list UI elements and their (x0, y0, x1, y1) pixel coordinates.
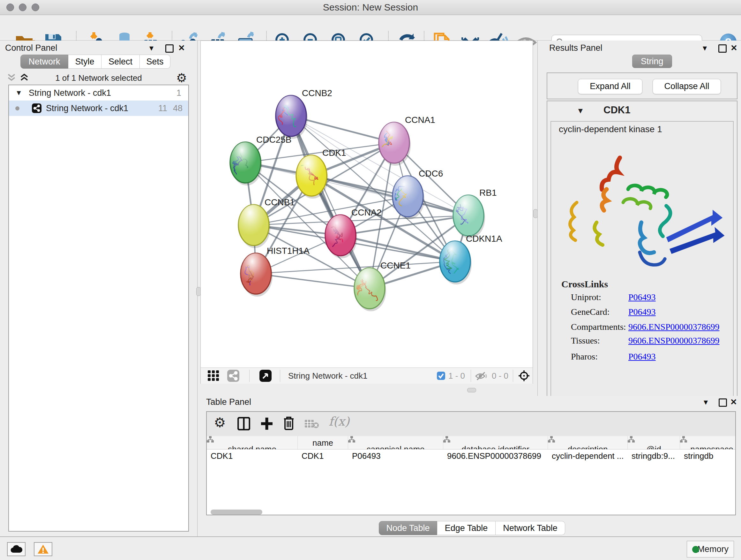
network-collection-row[interactable]: ▼ String Network - cdk1 1 (9, 85, 188, 101)
table-panel: Table Panel ▾ ✕ ⚙ f(x) shared namenameca… (200, 396, 741, 537)
node-table[interactable]: shared namenamecanonical namedatabase id… (207, 436, 735, 515)
open-in-window-icon[interactable] (259, 370, 272, 382)
warnings-button[interactable] (34, 542, 52, 556)
column-header-database-identifier[interactable]: database identifier (443, 436, 548, 449)
gene-name: CDK1 (603, 105, 630, 116)
grid-view-icon[interactable] (208, 370, 219, 381)
bottom-splitter-grip[interactable] (467, 388, 476, 392)
table-cell[interactable]: stringdb:9... (628, 449, 680, 462)
column-header-label: namespace (690, 444, 733, 449)
table-cell[interactable]: P06493 (348, 449, 443, 462)
selected-nodes-edges-count: 1 - 0 (448, 368, 465, 384)
crosslink-link[interactable]: P06493 (628, 352, 656, 362)
column-header--id[interactable]: @id (628, 436, 680, 449)
panel-close-icon[interactable]: ✕ (731, 43, 738, 53)
shared-column-icon (443, 436, 450, 442)
node-gloss (276, 96, 307, 136)
memory-button[interactable]: Memory (687, 541, 734, 557)
panel-float-icon[interactable] (719, 398, 727, 407)
crosslink-link[interactable]: P06493 (628, 292, 656, 302)
warning-icon (37, 544, 49, 554)
expand-all-button[interactable]: Expand All (578, 79, 643, 94)
column-header-description[interactable]: description (548, 436, 628, 449)
tab-string[interactable]: String (632, 55, 672, 68)
panel-float-icon[interactable] (165, 44, 174, 53)
table-cell[interactable]: CDK1 (298, 449, 348, 462)
hidden-nodes-edges-count: 0 - 0 (492, 368, 509, 384)
tree-expander-icon[interactable]: ▼ (15, 85, 22, 101)
shared-column-icon (348, 436, 355, 442)
node-label: CCNE1 (381, 260, 411, 270)
network-row-selected[interactable]: String Network - cdk1 11 48 (9, 101, 188, 116)
node-gloss (325, 215, 356, 256)
table-cell[interactable]: 9606.ENSP00000378699 (443, 449, 548, 462)
node-label: CDKN1A (466, 234, 502, 244)
network-share-view-icon[interactable] (227, 370, 239, 382)
tab-edge-table[interactable]: Edge Table (437, 521, 495, 535)
memory-status-dot-icon (692, 546, 699, 553)
node-gloss (379, 122, 409, 163)
network-edge[interactable] (256, 273, 369, 288)
node-label: CDC6 (419, 169, 443, 179)
panel-float-icon[interactable] (718, 44, 727, 53)
panel-menu-icon[interactable]: ▾ (704, 397, 708, 407)
left-splitter-grip[interactable] (196, 287, 201, 296)
add-column-icon[interactable] (260, 417, 273, 430)
table-settings-gear-icon[interactable]: ⚙ (214, 415, 226, 430)
node-count: 11 (158, 101, 167, 116)
table-horizontal-scrollbar[interactable] (211, 509, 262, 515)
edge-count: 48 (173, 101, 183, 116)
toolbar-separator (471, 370, 471, 382)
results-panel-title: Results Panel (549, 43, 603, 53)
panel-menu-icon[interactable]: ▾ (703, 43, 707, 53)
delete-table-icon (305, 419, 319, 428)
column-header-name[interactable]: name (298, 436, 348, 449)
table-cell[interactable]: CDK1 (207, 449, 298, 462)
panel-close-icon[interactable]: ✕ (178, 43, 185, 53)
crosslink-link[interactable]: P06493 (628, 307, 656, 317)
node-gloss (230, 142, 261, 183)
cloud-status-button[interactable] (7, 542, 25, 556)
network-share-icon (32, 104, 42, 113)
tab-node-table[interactable]: Node Table (379, 521, 437, 535)
network-collection-label: String Network - cdk1 (29, 85, 111, 101)
panel-menu-icon[interactable]: ▾ (149, 43, 153, 53)
panel-close-icon[interactable]: ✕ (730, 397, 737, 407)
table-cell[interactable]: stringdb (680, 449, 735, 462)
birds-eye-crosshair-icon[interactable] (518, 370, 530, 382)
network-edge[interactable] (340, 235, 455, 261)
title-bar: Session: New Session (0, 0, 741, 15)
shared-column-icon (207, 436, 214, 442)
application-window: Session: New Session (0, 0, 741, 560)
selected-checkbox-icon[interactable] (437, 372, 445, 380)
shared-column-icon (548, 436, 555, 442)
delete-column-icon[interactable] (283, 416, 295, 430)
tab-select[interactable]: Select (102, 55, 140, 69)
show-columns-icon[interactable] (238, 417, 250, 430)
table-cell[interactable]: cyclin-dependent ... (548, 449, 628, 462)
tab-style[interactable]: Style (68, 55, 102, 69)
tab-sets[interactable]: Sets (140, 55, 171, 69)
tab-network[interactable]: Network (20, 55, 68, 69)
results-actions-box: Expand All Collapse All (547, 72, 738, 99)
column-header-namespace[interactable]: namespace (680, 436, 735, 449)
crosslink-link[interactable]: 9606.ENSP00000378699 (628, 335, 719, 346)
column-header-label: description (568, 444, 608, 449)
node-label: CCNA1 (405, 115, 435, 125)
crosslink-link[interactable]: 9606.ENSP00000378699 (628, 322, 719, 332)
node-gloss (393, 176, 423, 217)
column-header-canonical-name[interactable]: canonical name (348, 436, 443, 449)
column-header-shared-name[interactable]: shared name (207, 436, 298, 449)
node-gloss (241, 253, 271, 294)
column-header-label: canonical name (366, 444, 424, 449)
network-view-canvas[interactable]: CCNB2CCNA1CDC25BCDK1CDC6RB1CCNB1CCNA2CDK… (200, 41, 533, 384)
tab-network-table[interactable]: Network Table (495, 521, 565, 535)
gene-description: cyclin-dependent kinase 1 (559, 124, 662, 134)
network-options-gear-icon[interactable]: ⚙ (176, 72, 187, 84)
right-splitter-grip[interactable] (533, 209, 538, 218)
crosslinks-title: CrossLinks (561, 279, 608, 290)
network-status-dot-icon (15, 106, 19, 111)
section-collapse-icon[interactable]: ▼ (577, 106, 584, 115)
equation-fx-icon: f(x) (329, 415, 349, 428)
collapse-all-button[interactable]: Collapse All (653, 79, 721, 94)
